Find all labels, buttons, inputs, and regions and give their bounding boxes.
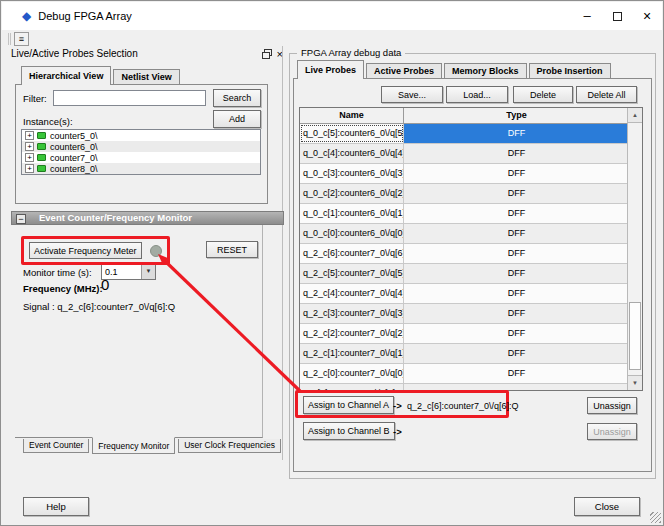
frequency-label: Frequency (MHz):	[23, 283, 103, 294]
tab-netlist-view[interactable]: Netlist View	[113, 69, 179, 85]
tab-hierarchical-view[interactable]: Hierarchical View	[21, 66, 111, 85]
cell-type[interactable]: DFF	[404, 204, 629, 223]
tab-user-clock-frequencies[interactable]: User Clock Frequencies	[178, 439, 281, 453]
table-row[interactable]: q_2_c[3]:counter7_0\/q[3]:QDFF	[300, 304, 629, 324]
unassign-channel-a-button[interactable]: Unassign	[587, 397, 637, 414]
instance-list: +counter5_0\+counter6_0\+counter7_0\+cou…	[21, 129, 261, 175]
scroll-down-icon[interactable]: ▼	[628, 375, 642, 390]
dock-icons: ×	[262, 49, 283, 59]
table-row[interactable]: q_2_c[4]:counter7_0\/q[4]:QDFF	[300, 284, 629, 304]
cell-type[interactable]: DFF	[404, 184, 629, 203]
instance-row[interactable]: +counter6_0\	[22, 141, 260, 152]
column-header-type[interactable]: Type	[404, 108, 629, 123]
filter-label: Filter:	[23, 93, 47, 104]
cell-name[interactable]: q_0_c[2]:counter6_0\/q[2]:Q	[300, 184, 404, 203]
column-header-name[interactable]: Name	[300, 108, 404, 123]
tab-memory-blocks[interactable]: Memory Blocks	[444, 63, 527, 79]
cell-type[interactable]: DFF	[404, 324, 629, 343]
cell-name[interactable]: q_2_c[0]:counter7_0\/q[0]:Q	[300, 364, 404, 383]
table-row[interactable]: q_0_c[1]:counter6_0\/q[1]:QDFF	[300, 204, 629, 224]
collapse-icon[interactable]: −	[16, 214, 26, 224]
maximize-button[interactable]	[602, 2, 632, 30]
cell-name[interactable]: q_2_c[2]:counter7_0\/q[2]:Q	[300, 324, 404, 343]
cell-type[interactable]: DFF	[404, 264, 629, 283]
table-row[interactable]: q_0_c[2]:counter6_0\/q[2]:QDFF	[300, 184, 629, 204]
search-button[interactable]: Search	[213, 89, 261, 107]
left-dock-titlebar: Live/Active Probes Selection ×	[11, 47, 283, 60]
table-row[interactable]: q_2_c[0]:counter7_0\/q[0]:QDFF	[300, 364, 629, 384]
combo-arrow-icon[interactable]: ▼	[141, 264, 155, 279]
instances-label: Instance(s):	[23, 116, 73, 127]
table-row[interactable]: q_0_c[3]:counter6_0\/q[3]:QDFF	[300, 164, 629, 184]
cell-type[interactable]: DFF	[404, 244, 629, 263]
table-row[interactable]: q_2_c[5]:counter7_0\/q[5]:QDFF	[300, 264, 629, 284]
toolbar-menu-button[interactable]: ≡	[14, 32, 29, 46]
cell-type[interactable]: DFF	[404, 144, 629, 163]
cell-type[interactable]: DFF	[404, 364, 629, 383]
save-button[interactable]: Save...	[381, 86, 443, 103]
table-row[interactable]: q_2_c[6]:counter7_0\/q[6]:QDFF	[300, 244, 629, 264]
add-button[interactable]: Add	[213, 110, 261, 128]
delete-button[interactable]: Delete	[513, 86, 573, 103]
cell-type[interactable]: DFF	[404, 124, 629, 143]
table-row[interactable]: q_2_c[2]:counter7_0\/q[2]:QDFF	[300, 324, 629, 344]
table-row[interactable]: q_c[4]:counter5_0\/q[4]:QDFF	[300, 384, 629, 391]
instance-label: counter7_0\	[50, 153, 98, 163]
close-dialog-button[interactable]: Close	[574, 497, 640, 516]
tab-live-probes[interactable]: Live Probes	[297, 60, 364, 79]
minimize-button[interactable]: –	[572, 2, 602, 30]
cell-name[interactable]: q_2_c[1]:counter7_0\/q[1]:Q	[300, 344, 404, 363]
tree-expand-icon[interactable]: +	[25, 164, 34, 173]
tree-expand-icon[interactable]: +	[25, 153, 34, 162]
cell-type[interactable]: DFF	[404, 224, 629, 243]
resize-grip[interactable]	[650, 512, 661, 523]
cell-name[interactable]: q_0_c[1]:counter6_0\/q[1]:Q	[300, 204, 404, 223]
scrollbar-thumb[interactable]	[629, 302, 641, 370]
cell-name[interactable]: q_0_c[0]:counter6_0\/q[0]:Q	[300, 224, 404, 243]
toolbar-drag-handle[interactable]	[8, 33, 11, 45]
tab-active-probes[interactable]: Active Probes	[366, 63, 442, 79]
frequency-value: 0	[101, 276, 109, 293]
scroll-up-icon[interactable]: ▲	[628, 108, 642, 123]
cell-name[interactable]: q_2_c[5]:counter7_0\/q[5]:Q	[300, 264, 404, 283]
table-row[interactable]: q_2_c[1]:counter7_0\/q[1]:QDFF	[300, 344, 629, 364]
debug-data-tabs: Live Probes Active Probes Memory Blocks …	[297, 60, 613, 79]
delete-all-button[interactable]: Delete All	[576, 86, 637, 103]
table-row[interactable]: q_0_c[5]:counter6_0\/q[5]:QDFF	[300, 124, 629, 144]
cell-name[interactable]: q_2_c[6]:counter7_0\/q[6]:Q	[300, 244, 404, 263]
filter-input[interactable]	[53, 90, 206, 106]
assign-to-channel-b-button[interactable]: Assign to Channel B	[303, 422, 395, 440]
instance-row[interactable]: +counter7_0\	[22, 152, 260, 163]
tree-expand-icon[interactable]: +	[25, 142, 34, 151]
cell-name[interactable]: q_2_c[4]:counter7_0\/q[4]:Q	[300, 284, 404, 303]
reset-button[interactable]: RESET	[206, 241, 258, 258]
tab-frequency-monitor[interactable]: Frequency Monitor	[92, 437, 175, 454]
cell-name[interactable]: q_c[4]:counter5_0\/q[4]:Q	[300, 384, 404, 391]
load-button[interactable]: Load...	[446, 86, 508, 103]
instance-row[interactable]: +counter5_0\	[22, 130, 260, 141]
cell-name[interactable]: q_0_c[4]:counter6_0\/q[4]:Q	[300, 144, 404, 163]
tab-probe-insertion[interactable]: Probe Insertion	[529, 63, 611, 79]
cell-name[interactable]: q_0_c[3]:counter6_0\/q[3]:Q	[300, 164, 404, 183]
activate-frequency-meter-button[interactable]: Activate Frequency Meter	[29, 242, 142, 259]
instance-row[interactable]: +counter8_0\	[22, 163, 260, 174]
table-row[interactable]: q_0_c[4]:counter6_0\/q[4]:QDFF	[300, 144, 629, 164]
cell-type[interactable]: DFF	[404, 384, 629, 391]
table-row[interactable]: q_0_c[0]:counter6_0\/q[0]:QDFF	[300, 224, 629, 244]
close-icon: ×	[643, 8, 651, 24]
cell-type[interactable]: DFF	[404, 164, 629, 183]
dock-float-icon[interactable]	[262, 49, 272, 59]
assign-to-channel-a-button[interactable]: Assign to Channel A	[303, 396, 394, 414]
cell-type[interactable]: DFF	[404, 304, 629, 323]
tree-expand-icon[interactable]: +	[25, 131, 34, 140]
cell-type[interactable]: DFF	[404, 284, 629, 303]
close-button[interactable]: ×	[632, 2, 662, 30]
cell-type[interactable]: DFF	[404, 344, 629, 363]
vertical-scrollbar[interactable]: ▲ ▼	[627, 108, 642, 390]
tab-event-counter[interactable]: Event Counter	[23, 439, 89, 453]
panel-splitter[interactable]	[282, 46, 283, 460]
help-button[interactable]: Help	[23, 497, 89, 516]
app-icon: ◆	[22, 10, 31, 22]
cell-name[interactable]: q_0_c[5]:counter6_0\/q[5]:Q	[300, 124, 404, 143]
cell-name[interactable]: q_2_c[3]:counter7_0\/q[3]:Q	[300, 304, 404, 323]
